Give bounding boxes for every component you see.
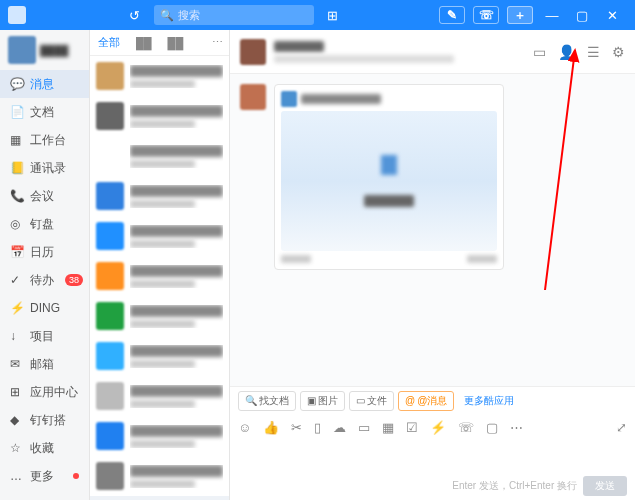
nav-icon: ✉ — [10, 357, 24, 371]
conversation-item[interactable] — [90, 496, 229, 500]
close-icon[interactable]: ✕ — [601, 6, 623, 24]
message-image[interactable] — [281, 111, 497, 251]
conversation-item[interactable] — [90, 456, 229, 496]
settings-icon[interactable]: ⚙ — [612, 44, 625, 60]
conv-avatar — [96, 462, 124, 490]
chat-subtitle — [274, 55, 454, 63]
badge: 38 — [65, 274, 83, 286]
minimize-icon[interactable]: — — [541, 6, 563, 24]
chat-avatar — [240, 39, 266, 65]
folder2-icon[interactable]: ▭ — [358, 420, 370, 435]
sidebar-item-消息[interactable]: 💬消息 — [0, 70, 89, 98]
sidebar-item-会议[interactable]: 📞会议 — [0, 182, 89, 210]
nav-label: 工作台 — [30, 132, 66, 149]
conversation-item[interactable] — [90, 256, 229, 296]
task-icon[interactable]: ☑ — [406, 420, 418, 435]
sidebar-item-邮箱[interactable]: ✉邮箱 — [0, 350, 89, 378]
screenshot-icon[interactable]: ✂ — [291, 420, 302, 435]
sidebar-item-钉钉搭[interactable]: ◆钉钉搭 — [0, 406, 89, 434]
maximize-icon[interactable]: ▢ — [571, 6, 593, 24]
nav-icon: 📄 — [10, 105, 24, 119]
sidebar-item-DING[interactable]: ⚡DING — [0, 294, 89, 322]
conv-name — [130, 225, 223, 237]
sidebar-item-待办[interactable]: ✓待办38 — [0, 266, 89, 294]
conv-preview — [130, 200, 195, 208]
nav-icon: ⊞ — [10, 385, 24, 399]
conv-avatar — [96, 62, 124, 90]
conv-avatar — [96, 302, 124, 330]
app-logo — [8, 6, 26, 24]
conv-avatar — [96, 102, 124, 130]
conv-name — [130, 265, 223, 277]
sidebar-item-应用中心[interactable]: ⊞应用中心 — [0, 378, 89, 406]
conversation-item[interactable] — [90, 416, 229, 456]
nav-label: 收藏 — [30, 440, 54, 457]
conv-name — [130, 145, 223, 157]
calendar-icon[interactable]: ▦ — [382, 420, 394, 435]
conv-preview — [130, 400, 195, 408]
conv-tabs-more[interactable]: ⋯ — [206, 36, 229, 49]
user-profile[interactable]: ████ — [0, 30, 89, 70]
sidebar-item-日历[interactable]: 📅日历 — [0, 238, 89, 266]
conversation-item[interactable] — [90, 96, 229, 136]
chat-header: ▭ 👤 ☰ ⚙ — [230, 30, 635, 74]
nav-label: 通讯录 — [30, 160, 66, 177]
ding-icon[interactable]: ⚡ — [430, 420, 446, 435]
member-icon[interactable]: 👤 — [558, 44, 575, 60]
attach-mention[interactable]: @@消息 — [398, 391, 454, 411]
sidebar-item-项目[interactable]: ↓项目 — [0, 322, 89, 350]
sidebar-item-钉盘[interactable]: ◎钉盘 — [0, 210, 89, 238]
video-icon[interactable]: ▢ — [486, 420, 498, 435]
sidebar-item-收藏[interactable]: ☆收藏 — [0, 434, 89, 462]
conversation-item[interactable] — [90, 216, 229, 256]
sidebar: ████ 💬消息📄文档▦工作台📒通讯录📞会议◎钉盘📅日历✓待办38⚡DING↓项… — [0, 30, 90, 500]
phone-icon[interactable]: ☏ — [458, 420, 474, 435]
like-icon[interactable]: 👍 — [263, 420, 279, 435]
conv-tab[interactable]: ██ — [128, 37, 160, 49]
search-icon: 🔍 — [160, 9, 174, 22]
attach-image[interactable]: ▣图片 — [300, 391, 345, 411]
conversation-item[interactable] — [90, 336, 229, 376]
attach-bar: 🔍找文档 ▣图片 ▭文件 @@消息 更多酷应用 — [230, 386, 635, 414]
history-icon[interactable]: ↺ — [126, 6, 144, 24]
apps-icon[interactable]: ⊞ — [324, 6, 342, 24]
conv-preview — [130, 160, 195, 168]
send-button[interactable]: 发送 — [583, 476, 627, 496]
search-chat-icon[interactable]: ☰ — [587, 44, 600, 60]
attach-more[interactable]: 更多酷应用 — [458, 392, 520, 410]
attach-file[interactable]: ▭文件 — [349, 391, 394, 411]
message-bubble[interactable] — [274, 84, 504, 270]
conversation-item[interactable] — [90, 136, 229, 176]
sidebar-item-文档[interactable]: 📄文档 — [0, 98, 89, 126]
conv-preview — [130, 360, 195, 368]
attach-doc[interactable]: 🔍找文档 — [238, 391, 296, 411]
nav-label: 会议 — [30, 188, 54, 205]
card-icon[interactable]: ▯ — [314, 420, 321, 435]
sidebar-item-通讯录[interactable]: 📒通讯录 — [0, 154, 89, 182]
add-icon[interactable]: ＋ — [507, 6, 533, 24]
conversation-item[interactable] — [90, 56, 229, 96]
expand-icon[interactable]: ⤢ — [616, 420, 627, 435]
conv-avatar — [96, 422, 124, 450]
nav-icon: ↓ — [10, 329, 24, 343]
conv-tab[interactable]: ██ — [160, 37, 192, 49]
call-icon[interactable]: ☏ — [473, 6, 499, 24]
more-tools-icon[interactable]: ⋯ — [510, 420, 523, 435]
conv-avatar — [96, 142, 124, 170]
conv-avatar — [96, 382, 124, 410]
folder-icon[interactable]: ▭ — [533, 44, 546, 60]
edit-icon[interactable]: ✎ — [439, 6, 465, 24]
sidebar-item-工作台[interactable]: ▦工作台 — [0, 126, 89, 154]
emoji-icon[interactable]: ☺ — [238, 420, 251, 435]
conv-tab[interactable]: 全部 — [90, 35, 128, 50]
nav-icon: ◎ — [10, 217, 24, 231]
sidebar-item-更多[interactable]: …更多 — [0, 462, 89, 490]
cloud-icon[interactable]: ☁ — [333, 420, 346, 435]
conversation-item[interactable] — [90, 176, 229, 216]
search-input[interactable]: 🔍 搜索 — [154, 5, 314, 25]
nav-label: 钉钉搭 — [30, 412, 66, 429]
nav-icon: ⚡ — [10, 301, 24, 315]
conv-avatar — [96, 342, 124, 370]
conversation-item[interactable] — [90, 296, 229, 336]
conversation-item[interactable] — [90, 376, 229, 416]
